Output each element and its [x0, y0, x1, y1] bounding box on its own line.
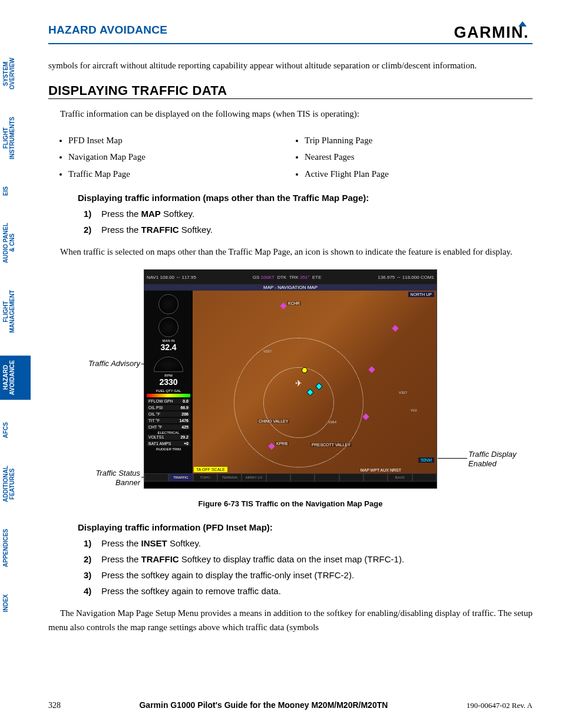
step-row: 4)Press the softkey again to remove traf…: [84, 586, 533, 596]
callout-traffic-display-enabled: Traffic Display Enabled: [468, 450, 524, 468]
page-content: HAZARD AVOIDANCE GARMIN. symbols for air…: [31, 0, 562, 663]
map-list: PFD Inset Map Navigation Map Page Traffi…: [60, 132, 533, 183]
fig-map-title: MAP - NAVIGATION MAP: [144, 284, 437, 291]
step-row: 2)Press the TRAFFIC Softkey to display t…: [84, 554, 533, 564]
list-item: Navigation Map Page: [68, 149, 296, 166]
page-footer: 328 Garmin G1000 Pilot's Guide for the M…: [48, 700, 533, 710]
navigation-map-screenshot: NAV1 108.00 ↔ 117.95 GS 100KT DTK TRK 35…: [144, 269, 437, 489]
footer-title: Garmin G1000 Pilot's Guide for the Moone…: [139, 700, 388, 710]
callout-traffic-advisory: Traffic Advisory: [81, 359, 140, 368]
tab-afcs[interactable]: AFCS: [0, 417, 31, 443]
softkey-topo: TOPO: [193, 473, 217, 482]
sidebar-tabs: SYSTEM OVERVIEW FLIGHT INSTRUMENTS EIS A…: [0, 0, 31, 663]
ownship-icon: ✈: [295, 378, 302, 388]
icon-note-text: When traffic is selected on maps other t…: [48, 245, 533, 259]
ta-off-scale-banner: TA OFF SCALE: [194, 467, 227, 472]
north-up-badge: NORTH UP: [408, 292, 434, 297]
tab-appendices[interactable]: APPENDICES: [0, 524, 31, 572]
callout-traffic-status-banner: Traffic Status Banner: [81, 469, 140, 487]
logo-triangle-icon: [518, 21, 527, 27]
section-title: HAZARD AVOIDANCE: [48, 24, 167, 37]
tab-flight-instruments[interactable]: FLIGHT INSTRUMENTS: [0, 112, 31, 164]
footer-revision: 190-00647-02 Rev. A: [467, 701, 533, 710]
tab-audio-panel-cns[interactable]: AUDIO PANEL & CNS: [0, 218, 31, 268]
step-row: 3)Press the softkey again to display the…: [84, 570, 533, 580]
heading-displaying-traffic-data: DISPLAYING TRAFFIC DATA: [48, 83, 533, 99]
list-item: Traffic Map Page: [68, 166, 296, 183]
step-row: 1)Press the INSET Softkey.: [84, 538, 533, 548]
intro-paragraph: symbols for aircraft without altitude re…: [48, 59, 533, 73]
softkey-airway: AIRWY LO: [242, 473, 266, 482]
callout-line: [438, 458, 467, 459]
list-item: PFD Inset Map: [68, 132, 296, 149]
steps-other-maps: 1)Press the MAP Softkey. 2)Press the TRA…: [84, 209, 533, 235]
tab-hazard-avoidance[interactable]: HAZARD AVOIDANCE: [0, 355, 31, 400]
fig-eis-strip: MAN IN 32.4 RPM 2330 FUEL QTY GAL FFLOW …: [144, 291, 193, 473]
softkey-back: BACK: [388, 473, 412, 482]
figure-wrap: Traffic Advisory Traffic Status Banner T…: [117, 269, 464, 489]
page-number: 328: [48, 701, 61, 710]
tab-system-overview[interactable]: SYSTEM OVERVIEW: [0, 53, 31, 94]
garmin-logo: GARMIN.: [454, 24, 533, 42]
page-header: HAZARD AVOIDANCE GARMIN.: [48, 24, 533, 44]
softkey-bar: TRAFFIC TOPO TERRAIN AIRWY LO BACK: [144, 473, 437, 482]
fig-top-bar: NAV1 108.00 ↔ 117.95 GS 100KT DTK TRK 35…: [144, 270, 437, 284]
step-row: 2)Press the TRAFFIC Softkey.: [84, 225, 533, 235]
map-scale: 50NM: [418, 457, 434, 463]
tab-index[interactable]: INDEX: [0, 589, 31, 617]
list-item: Trip Planning Page: [305, 132, 533, 149]
subheading-pfd-inset: Displaying traffic information (PFD Inse…: [78, 522, 533, 532]
figure-caption: Figure 6-73 TIS Traffic on the Navigatio…: [48, 499, 533, 508]
tab-additional-features[interactable]: ADDITIONAL FEATURES: [0, 461, 31, 507]
step-row: 1)Press the MAP Softkey.: [84, 209, 533, 219]
tab-flight-management[interactable]: FLIGHT MANAGEMENT: [0, 285, 31, 338]
steps-pfd-inset: 1)Press the INSET Softkey. 2)Press the T…: [84, 538, 533, 596]
tab-eis[interactable]: EIS: [0, 182, 31, 200]
fig-map-area: NORTH UP ✈ KCHR KPRB V: [193, 291, 437, 473]
maps-intro-text: Traffic information can be displayed on …: [48, 107, 533, 121]
subheading-other-maps: Displaying traffic information (maps oth…: [78, 193, 533, 203]
setup-menu-text: The Navigation Map Page Setup Menu provi…: [48, 607, 533, 634]
list-item: Active Flight Plan Page: [305, 166, 533, 183]
softkey-terrain: TERRAIN: [217, 473, 242, 482]
softkey-traffic: TRAFFIC: [168, 473, 193, 482]
list-item: Nearest Pages: [305, 149, 533, 166]
